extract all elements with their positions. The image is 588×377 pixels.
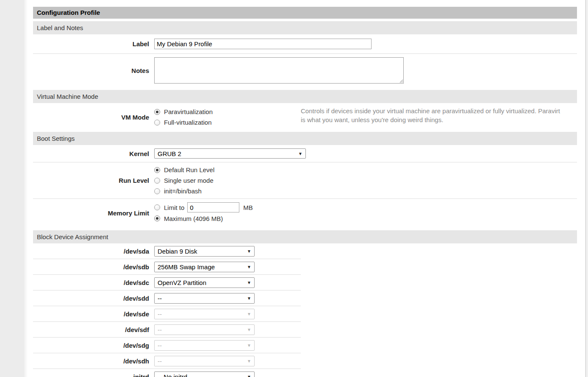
chevron-down-icon: ▼ xyxy=(247,374,251,377)
limit-to-radio[interactable] xyxy=(154,204,160,210)
dev-sdh-row: /dev/sdh -- ▼ xyxy=(33,353,301,369)
dev-sdg-row: /dev/sdg -- ▼ xyxy=(33,338,301,353)
dev-sdb-label: /dev/sdb xyxy=(33,263,149,271)
left-gutter-shadow xyxy=(24,0,28,377)
full-virtualization-radio[interactable] xyxy=(154,120,160,126)
dev-sdc-select[interactable]: OpenVZ Partition ▼ xyxy=(154,277,255,288)
notes-textarea[interactable] xyxy=(154,57,404,84)
vm-mode-row: VM Mode Paravirtualization Full-virtuali… xyxy=(33,103,577,131)
scrollbar-track[interactable] xyxy=(585,0,588,377)
section-block-device-assignment: Block Device Assignment xyxy=(33,230,577,243)
single-user-mode-option[interactable]: Single user mode xyxy=(154,175,577,186)
left-gutter xyxy=(0,0,24,377)
initrd-label: initrd xyxy=(33,373,149,377)
memory-limit-label: Memory Limit xyxy=(33,209,149,217)
dev-sdg-select: -- ▼ xyxy=(154,340,255,351)
dev-sdg-select-value: -- xyxy=(158,342,162,349)
dev-sda-row: /dev/sda Debian 9 Disk ▼ xyxy=(33,243,301,259)
chevron-down-icon: ▼ xyxy=(247,359,251,363)
dev-sdg-label: /dev/sdg xyxy=(33,342,149,349)
kernel-select-value: GRUB 2 xyxy=(158,150,181,157)
limit-to-option[interactable]: Limit to MB xyxy=(154,202,577,213)
default-run-level-option[interactable]: Default Run Level xyxy=(154,165,577,175)
dev-sdc-label: /dev/sdc xyxy=(33,279,149,286)
dev-sde-label: /dev/sde xyxy=(33,310,149,318)
initrd-select-value: -- No initrd -- xyxy=(158,373,193,377)
dev-sdf-select-value: -- xyxy=(158,326,162,333)
section-label-and-notes: Label and Notes xyxy=(33,21,577,34)
notes-field-label: Notes xyxy=(33,67,149,74)
single-user-mode-radio-label: Single user mode xyxy=(164,177,214,184)
chevron-down-icon: ▼ xyxy=(247,280,251,285)
paravirtualization-radio[interactable] xyxy=(154,109,160,115)
kernel-label: Kernel xyxy=(33,150,149,157)
vm-mode-help-text: Controls if devices inside your virtual … xyxy=(301,106,563,124)
chevron-down-icon: ▼ xyxy=(247,249,251,254)
chevron-down-icon: ▼ xyxy=(247,343,251,348)
dev-sde-select: -- ▼ xyxy=(154,309,255,319)
dev-sdb-select[interactable]: 256MB Swap Image ▼ xyxy=(154,262,255,272)
default-run-level-radio[interactable] xyxy=(154,167,160,173)
maximum-memory-option[interactable]: Maximum (4096 MB) xyxy=(154,213,577,224)
dev-sdh-select: -- ▼ xyxy=(154,356,255,366)
memory-limit-unit: MB xyxy=(243,204,253,211)
label-input[interactable] xyxy=(154,39,372,49)
memory-limit-row: Memory Limit Limit to MB Maximum (4096 M… xyxy=(33,199,577,227)
label-field-label: Label xyxy=(33,40,149,47)
configuration-profile-form: Configuration Profile Label and Notes La… xyxy=(33,0,577,377)
maximum-memory-radio-label: Maximum (4096 MB) xyxy=(164,215,223,222)
chevron-down-icon: ▼ xyxy=(247,265,251,269)
paravirtualization-option[interactable]: Paravirtualization xyxy=(154,106,301,117)
dev-sdf-row: /dev/sdf -- ▼ xyxy=(33,322,301,338)
memory-limit-input[interactable] xyxy=(187,202,239,212)
initrd-select[interactable]: -- No initrd -- ▼ xyxy=(154,371,255,377)
limit-to-radio-label: Limit to xyxy=(164,204,184,211)
dev-sdf-select: -- ▼ xyxy=(154,324,255,335)
notes-row: Notes xyxy=(33,54,577,87)
dev-sda-select[interactable]: Debian 9 Disk ▼ xyxy=(154,246,255,257)
dev-sda-select-value: Debian 9 Disk xyxy=(158,248,197,255)
block-device-list: /dev/sda Debian 9 Disk ▼ /dev/sdb 256MB … xyxy=(33,243,301,377)
dev-sde-row: /dev/sde -- ▼ xyxy=(33,306,301,322)
dev-sdh-select-value: -- xyxy=(158,357,162,365)
label-row: Label xyxy=(33,34,577,54)
default-run-level-radio-label: Default Run Level xyxy=(164,166,214,173)
kernel-row: Kernel GRUB 2 ▼ xyxy=(33,145,577,162)
chevron-down-icon: ▼ xyxy=(247,327,251,332)
dev-sdd-row: /dev/sdd -- ▼ xyxy=(33,290,301,306)
single-user-mode-radio[interactable] xyxy=(154,178,160,184)
section-virtual-machine-mode: Virtual Machine Mode xyxy=(33,90,577,103)
vm-mode-label: VM Mode xyxy=(33,114,149,121)
initrd-row: initrd -- No initrd -- ▼ xyxy=(33,369,301,377)
dev-sde-select-value: -- xyxy=(158,310,162,318)
full-virtualization-radio-label: Full-virtualization xyxy=(164,119,212,126)
dev-sdd-select-value: -- xyxy=(158,295,162,302)
chevron-down-icon: ▼ xyxy=(298,151,302,156)
run-level-row: Run Level Default Run Level Single user … xyxy=(33,162,577,199)
dev-sdd-select[interactable]: -- ▼ xyxy=(154,293,255,304)
init-bin-bash-option[interactable]: init=/bin/bash xyxy=(154,186,577,196)
dev-sdb-select-value: 256MB Swap Image xyxy=(158,263,215,271)
run-level-label: Run Level xyxy=(33,177,149,184)
chevron-down-icon: ▼ xyxy=(247,296,251,301)
dev-sdd-label: /dev/sdd xyxy=(33,295,149,302)
init-bin-bash-radio-label: init=/bin/bash xyxy=(164,187,202,195)
chevron-down-icon: ▼ xyxy=(247,312,251,316)
full-virtualization-option[interactable]: Full-virtualization xyxy=(154,117,301,128)
init-bin-bash-radio[interactable] xyxy=(154,188,160,194)
dev-sdh-label: /dev/sdh xyxy=(33,357,149,365)
kernel-select[interactable]: GRUB 2 ▼ xyxy=(154,148,306,159)
paravirtualization-radio-label: Paravirtualization xyxy=(164,108,213,115)
dev-sdc-select-value: OpenVZ Partition xyxy=(158,279,206,286)
dev-sda-label: /dev/sda xyxy=(33,248,149,255)
page-title: Configuration Profile xyxy=(33,7,577,19)
section-boot-settings: Boot Settings xyxy=(33,132,577,145)
dev-sdb-row: /dev/sdb 256MB Swap Image ▼ xyxy=(33,259,301,275)
dev-sdc-row: /dev/sdc OpenVZ Partition ▼ xyxy=(33,275,301,290)
maximum-memory-radio[interactable] xyxy=(154,215,160,221)
dev-sdf-label: /dev/sdf xyxy=(33,326,149,333)
